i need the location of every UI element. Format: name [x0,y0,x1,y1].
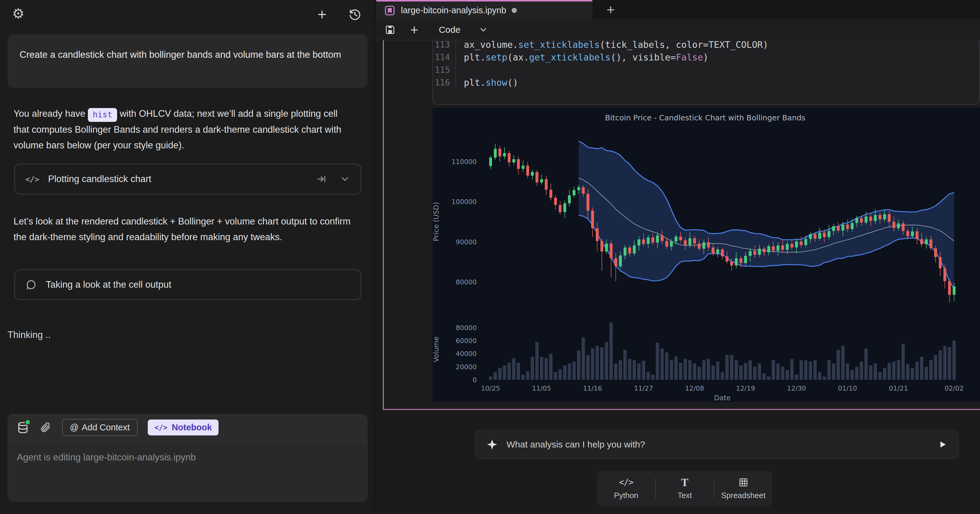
chevron-down-icon [479,25,488,35]
add-context-label: Add Context [81,423,130,433]
svg-text:Bitcoin Price - Candlestick Ch: Bitcoin Price - Candlestick Chart with B… [605,113,805,122]
svg-text:02/02: 02/02 [945,385,963,392]
svg-text:12/08: 12/08 [685,385,704,392]
svg-text:11/27: 11/27 [634,385,653,392]
python-code-icon: </> [619,477,633,487]
add-cell-icon[interactable]: + [410,24,418,36]
svg-text:11/16: 11/16 [583,385,602,392]
svg-text:Price (USD): Price (USD) [433,202,440,241]
svg-text:90000: 90000 [456,238,477,246]
tab-strip: large-bitcoin-analysis.ipynb + [375,0,980,19]
assistant-message-1: You already have hist with OHLCV data; n… [14,106,354,153]
svg-text:Volume: Volume [433,336,440,362]
svg-text:10/25: 10/25 [481,385,500,392]
composer-toolbar: @ Add Context </> Notebook [8,414,367,441]
assistant-message-2: Let’s look at the rendered candlestick +… [14,214,354,245]
notebook-toolbar: + Code Run Active Cell App [375,19,980,40]
chat-panel: ⚙ + Create a candlestick chart with boll… [0,0,375,514]
notebook-panel: large-bitcoin-analysis.ipynb + + Code [375,0,980,514]
data-sources-icon[interactable] [16,421,30,434]
notebook-chip-label: Notebook [172,423,212,433]
history-icon[interactable] [348,7,362,22]
svg-text:110000: 110000 [452,158,477,165]
connected-status-dot [25,419,31,425]
svg-text:60000: 60000 [456,337,477,345]
add-spreadsheet-cell-button[interactable]: Spreadsheet [714,471,772,506]
notebook-context-chip[interactable]: </> Notebook [148,420,218,436]
chat-topbar: ⚙ + [0,0,374,30]
spreadsheet-grid-icon [738,477,749,487]
svg-text:11/05: 11/05 [532,385,551,392]
composer: @ Add Context </> Notebook Agent is edit… [8,414,368,502]
svg-text:40000: 40000 [456,350,477,358]
svg-text:01/21: 01/21 [889,385,908,392]
svg-text:Date: Date [714,394,731,402]
notebook-file-icon [384,5,396,16]
tool-call-look-output-label: Taking a look at the cell output [46,279,171,290]
code-editor[interactable]: 113ax_volume.set_xticklabels(tick_labels… [433,40,979,89]
save-icon[interactable] [384,24,396,35]
new-chat-icon[interactable]: + [318,8,326,21]
assistant-message-1-pre: You already have [14,108,88,119]
tab-notebook-file[interactable]: large-bitcoin-analysis.ipynb [376,0,592,19]
user-message-text: Create a candlestick chart with bollinge… [19,47,345,63]
svg-text:80000: 80000 [456,278,477,286]
svg-text:01/10: 01/10 [838,385,857,392]
chat-input-placeholder: Agent is editing large-bitcoin-analysis.… [17,452,196,463]
thinking-status: Thinking .. [8,329,51,341]
notebook-editing-region: 113ax_volume.set_xticklabels(tick_labels… [383,40,980,410]
inline-code-chip: hist [88,108,117,122]
new-cell-actions: </> Python T Text Spreadsheet [597,471,772,506]
svg-text:0: 0 [473,376,477,384]
code-icon: </> [25,175,39,184]
goto-end-icon[interactable] [316,173,327,185]
chevron-down-icon[interactable] [339,173,350,185]
text-label: Text [678,491,692,500]
spreadsheet-label: Spreadsheet [721,491,765,500]
sparkle-icon [487,439,498,450]
new-tab-button[interactable]: + [602,1,620,19]
speech-bubble-icon [25,279,37,290]
chat-input[interactable]: Agent is editing large-bitcoin-analysis.… [8,441,367,474]
add-text-cell-button[interactable]: T Text [656,471,714,506]
tool-call-look-output[interactable]: Taking a look at the cell output [14,269,361,300]
send-icon[interactable] [938,440,947,449]
tool-call-plotting-label: Plotting candlestick chart [48,173,151,185]
unsaved-changes-dot[interactable] [512,8,517,13]
code-icon: </> [154,423,167,432]
svg-text:12/30: 12/30 [787,385,806,392]
svg-text:20000: 20000 [456,363,477,371]
user-message-card: Create a candlestick chart with bollinge… [8,34,368,88]
cell-output-figure: Bitcoin Price - Candlestick Chart with B… [433,108,980,402]
analysis-input-bar[interactable]: What analysis can I help you with? [475,430,959,459]
cell-type-value: Code [439,25,460,35]
active-code-cell[interactable]: 113ax_volume.set_xticklabels(tick_labels… [433,40,980,105]
analysis-input-placeholder: What analysis can I help you with? [507,439,929,450]
tab-title: large-bitcoin-analysis.ipynb [401,5,506,15]
svg-text:12/19: 12/19 [736,385,755,392]
tool-call-plotting[interactable]: </> Plotting candlestick chart [14,164,361,194]
svg-text:80000: 80000 [456,324,477,332]
at-icon: @ [70,423,78,433]
app-root: ⚙ + Create a candlestick chart with boll… [0,0,980,514]
python-label: Python [614,491,638,500]
text-icon: T [681,476,688,489]
cell-type-dropdown[interactable]: Code [439,25,488,35]
settings-icon[interactable]: ⚙ [12,5,24,22]
bitcoin-candlestick-chart: Bitcoin Price - Candlestick Chart with B… [433,108,980,402]
attach-file-icon[interactable] [40,422,52,434]
svg-text:100000: 100000 [452,198,477,205]
add-python-cell-button[interactable]: </> Python [597,471,655,506]
add-context-button[interactable]: @ Add Context [62,419,138,436]
